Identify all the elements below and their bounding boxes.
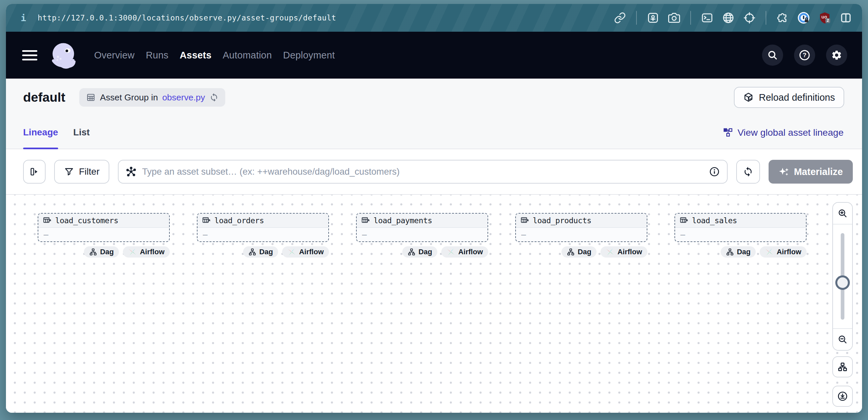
zoom-in-icon [838, 208, 847, 218]
image-icon[interactable] [647, 11, 659, 24]
page-info-icon[interactable]: i [19, 13, 28, 23]
tag-dag[interactable]: Dag [721, 246, 756, 258]
airflow-icon [606, 248, 614, 256]
toolbar-separator [636, 11, 637, 25]
page-title: default [23, 90, 65, 105]
reload-definitions-button[interactable]: Reload definitions [734, 87, 844, 108]
materialize-button[interactable]: Materialize [769, 160, 853, 184]
nav-item-runs[interactable]: Runs [146, 50, 168, 61]
nav-links: Overview Runs Assets Automation Deployme… [94, 50, 335, 61]
download-image-button[interactable] [832, 386, 853, 407]
toolbar-separator [690, 11, 691, 25]
table-asset-icon [361, 216, 370, 225]
zoom-in-button[interactable] [833, 203, 852, 225]
asset-graph-icon [126, 166, 136, 177]
nav-item-deployment[interactable]: Deployment [283, 50, 335, 61]
view-global-asset-lineage-link[interactable]: View global asset lineage [723, 127, 843, 138]
info-icon[interactable] [709, 166, 720, 177]
asset-node-box[interactable]: load_orders – [197, 213, 329, 242]
asset-group-icon [86, 92, 96, 102]
help-button[interactable]: ? [794, 44, 815, 66]
asset-node-load-customers: load_customers – Dag Airflow [38, 213, 170, 258]
sparkles-icon [778, 167, 789, 176]
tag-airflow[interactable]: Airflow [123, 246, 170, 258]
puzzle-extension-icon[interactable] [776, 11, 789, 24]
terminal-icon[interactable] [701, 11, 713, 24]
camera-icon[interactable] [668, 11, 680, 24]
app-nav: Overview Runs Assets Automation Deployme… [6, 32, 862, 78]
globe-icon[interactable] [722, 11, 735, 24]
asset-node-load-orders: load_orders – Dag Airflow [197, 213, 329, 258]
lineage-toolbar: Filter Materialize [6, 149, 862, 195]
dag-icon [567, 248, 575, 256]
lineage-graph-canvas[interactable]: load_customers – Dag Airflow lo [6, 195, 862, 413]
address-url[interactable]: http://127.0.0.1:3000/locations/observe.… [38, 13, 336, 22]
search-button[interactable] [762, 44, 783, 66]
browser-toolbar-icons: uo2 [614, 11, 852, 25]
asset-node-box[interactable]: load_products – [515, 213, 647, 242]
tabs-row: Lineage List View global asset lineage [6, 116, 862, 149]
refresh-button[interactable] [736, 160, 760, 184]
crosshair-icon[interactable] [743, 11, 756, 24]
airflow-icon [287, 248, 296, 256]
nav-item-automation[interactable]: Automation [223, 50, 272, 61]
toolbar-separator [766, 11, 766, 25]
airflow-icon [128, 248, 137, 256]
tag-airflow[interactable]: Airflow [282, 246, 329, 258]
global-lineage-icon [723, 127, 733, 137]
rearrange-layout-button[interactable] [832, 356, 853, 378]
asset-node-load-sales: load_sales – Dag Airflow [675, 213, 807, 258]
filter-button[interactable]: Filter [54, 160, 109, 184]
hamburger-menu-icon[interactable] [22, 50, 37, 60]
tag-dag[interactable]: Dag [402, 246, 438, 258]
zoom-slider[interactable] [833, 225, 852, 328]
ublock-badge-count: 2 [827, 18, 829, 23]
open-side-panel-button[interactable] [23, 160, 45, 184]
browser-window: i http://127.0.0.1:3000/locations/observ… [6, 4, 862, 413]
split-view-icon[interactable] [840, 11, 852, 24]
nav-item-assets[interactable]: Assets [180, 50, 211, 61]
dag-icon [89, 248, 97, 256]
table-asset-icon [520, 216, 529, 225]
browser-titlebar: i http://127.0.0.1:3000/locations/observ… [6, 4, 862, 32]
link-icon[interactable] [614, 11, 626, 24]
tag-dag[interactable]: Dag [84, 246, 119, 258]
tab-lineage[interactable]: Lineage [23, 116, 58, 149]
airflow-icon [446, 248, 455, 256]
download-icon [837, 391, 848, 401]
asset-subset-input[interactable] [142, 166, 703, 177]
asset-node-box[interactable]: load_payments – [356, 213, 488, 242]
tag-dag[interactable]: Dag [561, 246, 597, 258]
airflow-icon [765, 248, 774, 256]
reload-cube-icon [743, 92, 754, 103]
sync-icon[interactable] [209, 93, 219, 102]
filter-funnel-icon [64, 167, 74, 176]
nav-actions: ? [762, 44, 847, 66]
zoom-out-icon [838, 334, 847, 345]
asset-node-box[interactable]: load_customers – [38, 213, 170, 242]
svg-text:?: ? [803, 52, 806, 59]
page-header: default Asset Group in observe.py Reload… [6, 78, 862, 116]
tag-dag[interactable]: Dag [243, 246, 278, 258]
ublock-icon[interactable]: uo2 [818, 11, 831, 24]
nav-item-overview[interactable]: Overview [94, 50, 134, 61]
graph-layout-icon [838, 362, 847, 372]
tag-airflow[interactable]: Airflow [441, 246, 488, 258]
asset-node-box[interactable]: load_sales – [675, 213, 807, 242]
zoom-out-button[interactable] [833, 328, 852, 350]
onepassword-icon[interactable] [797, 11, 810, 24]
table-asset-icon [42, 216, 52, 225]
tag-airflow[interactable]: Airflow [760, 246, 807, 258]
asset-group-badge: Asset Group in observe.py [79, 88, 225, 107]
asset-node-load-payments: load_payments – Dag Airflow [356, 213, 488, 258]
panel-right-icon [29, 166, 40, 177]
badge-code-location-link[interactable]: observe.py [162, 92, 205, 103]
tab-list[interactable]: List [73, 116, 90, 149]
refresh-icon [743, 166, 753, 177]
settings-gear-button[interactable] [826, 44, 847, 66]
tag-airflow[interactable]: Airflow [600, 246, 647, 258]
dag-icon [726, 248, 734, 256]
zoom-controls [832, 202, 853, 351]
dagster-logo[interactable] [50, 41, 78, 69]
zoom-slider-thumb[interactable] [835, 276, 850, 290]
